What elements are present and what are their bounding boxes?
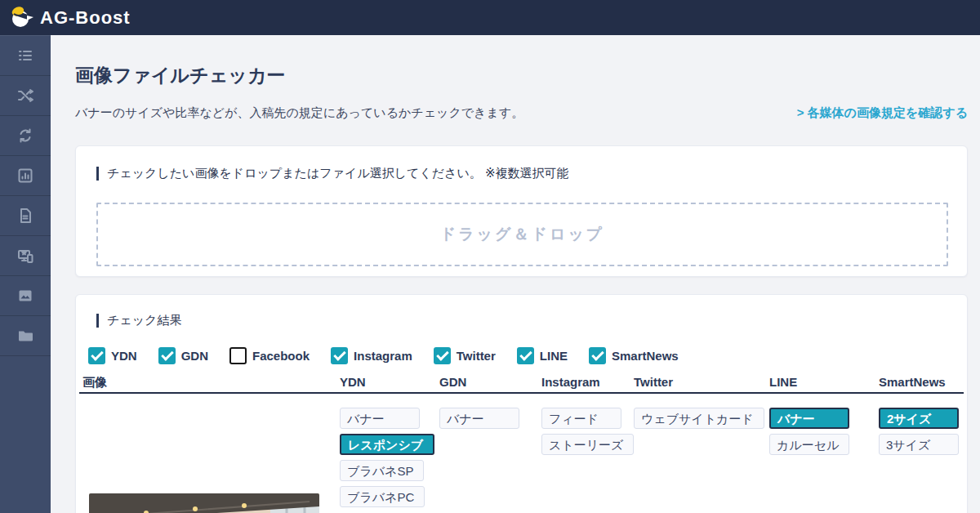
document-icon (16, 207, 34, 225)
sidebar-item-sync[interactable] (0, 116, 51, 156)
agboost-bird-icon (8, 5, 34, 31)
filter-label: Facebook (252, 349, 310, 363)
heading-bar (96, 167, 99, 181)
format-chip-ストーリーズ[interactable]: ストーリーズ (541, 434, 634, 455)
format-chip-バナー[interactable]: バナー (439, 408, 519, 429)
filter-label: Twitter (457, 349, 496, 363)
filter-label: SmartNews (612, 349, 679, 363)
result-column-twitter: Twitterウェブサイトカード (634, 375, 764, 434)
result-image-thumbnail (89, 493, 319, 513)
format-chip-2サイズ[interactable]: 2サイズ (879, 408, 959, 429)
filter-gdn[interactable]: GDN (158, 347, 208, 364)
result-column-smartnews: SmartNews2サイズ3サイズ (879, 375, 980, 460)
brand-name: AG-Boost (40, 7, 131, 29)
main-content: 画像ファイルチェッカー バナーのサイズや比率などが、入稿先の規定にあっているかチ… (51, 35, 980, 513)
heading-bar (96, 314, 99, 328)
sidebar-item-devices[interactable] (0, 236, 51, 276)
description-row: バナーのサイズや比率などが、入稿先の規定にあっているかチェックできます。 > 各… (75, 105, 968, 121)
filter-label: Instagram (354, 349, 412, 363)
results-heading-text: チェック結果 (107, 313, 181, 328)
filter-instagram[interactable]: Instagram (331, 347, 412, 364)
filter-ydn[interactable]: YDN (88, 347, 137, 364)
page-description: バナーのサイズや比率などが、入稿先の規定にあっているかチェックできます。 (75, 105, 523, 121)
sidebar-item-image[interactable] (0, 276, 51, 316)
image-column-header: 画像 (82, 375, 107, 390)
image-icon (16, 287, 34, 305)
app-logo[interactable]: AG-Boost (8, 5, 131, 31)
shuffle-icon (16, 87, 34, 105)
folder-icon (16, 327, 34, 345)
format-chip-ブラバネPC[interactable]: ブラバネPC (340, 486, 425, 507)
filter-label: YDN (111, 349, 137, 363)
results-card: チェック結果 YDNGDNFacebookInstagramTwitterLIN… (75, 294, 968, 513)
list-icon (16, 47, 34, 65)
sidebar-nav (0, 35, 51, 513)
sidebar-item-list[interactable] (0, 36, 51, 76)
results-table: 画像 (76, 375, 967, 513)
upload-heading-text: チェックしたい画像をドロップまたはファイル選択してください。 ※複数選択可能 (107, 166, 569, 181)
checkbox-checked-icon (158, 347, 176, 364)
filter-twitter[interactable]: Twitter (434, 347, 496, 364)
sync-icon (16, 127, 34, 145)
filter-label: GDN (181, 349, 208, 363)
filter-facebook[interactable]: Facebook (229, 347, 310, 364)
checkbox-checked-icon (589, 347, 606, 364)
sidebar-item-shuffle[interactable] (0, 76, 51, 116)
upload-heading: チェックしたい画像をドロップまたはファイル選択してください。 ※複数選択可能 (96, 166, 569, 181)
checkbox-unchecked-icon (229, 347, 247, 364)
format-chip-カルーセル[interactable]: カルーセル (769, 434, 849, 455)
bar-chart-icon (16, 167, 34, 185)
sidebar-item-folder[interactable] (0, 316, 51, 356)
format-chip-レスポンシブ[interactable]: レスポンシブ (340, 434, 434, 455)
filter-smartnews[interactable]: SmartNews (589, 347, 679, 364)
column-header: SmartNews (879, 375, 980, 392)
checkbox-checked-icon (517, 347, 534, 364)
upload-card: チェックしたい画像をドロップまたはファイル選択してください。 ※複数選択可能 ド… (75, 145, 968, 277)
column-header: Twitter (634, 375, 764, 392)
sidebar-item-bar-chart[interactable] (0, 156, 51, 196)
format-chip-フィード[interactable]: フィード (541, 408, 621, 429)
page-title: 画像ファイルチェッカー (75, 63, 285, 88)
devices-icon (16, 247, 34, 265)
checkbox-checked-icon (434, 347, 451, 364)
checkbox-checked-icon (88, 347, 105, 364)
checkbox-checked-icon (331, 347, 348, 364)
format-chip-3サイズ[interactable]: 3サイズ (879, 434, 959, 455)
dropzone-label: ドラッグ＆ドロップ (440, 224, 605, 245)
sidebar-item-document[interactable] (0, 196, 51, 236)
results-heading: チェック結果 (96, 313, 181, 328)
file-dropzone[interactable]: ドラッグ＆ドロップ (96, 203, 948, 266)
filter-label: LINE (540, 349, 568, 363)
format-chip-バナー[interactable]: バナー (769, 408, 849, 429)
top-bar: AG-Boost (0, 0, 980, 35)
format-chip-ブラバネSP[interactable]: ブラバネSP (340, 460, 424, 481)
media-spec-link[interactable]: > 各媒体の画像規定を確認する (797, 105, 968, 121)
format-chip-ウェブサイトカード[interactable]: ウェブサイトカード (634, 408, 764, 429)
format-chip-バナー[interactable]: バナー (340, 408, 420, 429)
filter-row: YDNGDNFacebookInstagramTwitterLINESmartN… (88, 347, 679, 364)
filter-line[interactable]: LINE (517, 347, 568, 364)
